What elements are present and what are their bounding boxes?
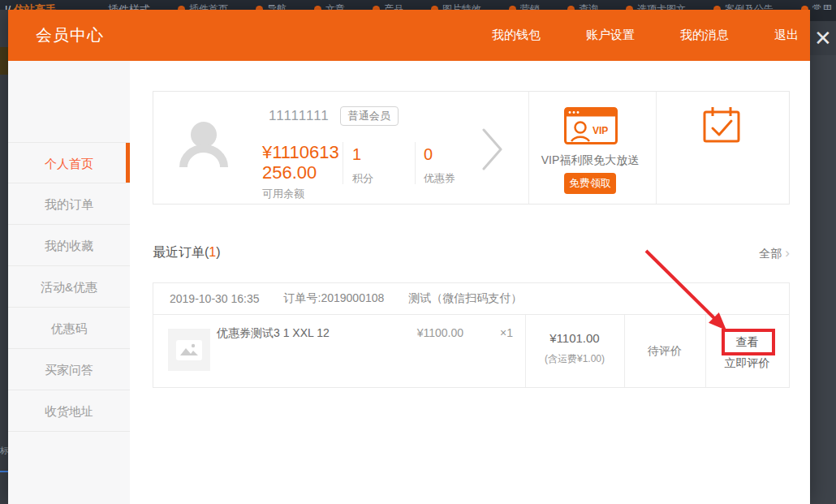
vip-benefits-icon: VIP (564, 107, 618, 144)
sidebar-item-label: 买家问答 (45, 363, 93, 377)
coupons-label: 优惠券 (424, 171, 455, 186)
profile-card: 11111111 普通会员 ¥1110613256.00 可用余额 1 积分 0… (153, 91, 790, 205)
background-nav-item: 选项卡图文 (626, 2, 686, 10)
order-table: 2019-10-30 16:35 订单号:2019000108 测试（微信扫码支… (153, 282, 790, 388)
background-nav-item: 查询 (567, 2, 598, 10)
sidebar-item-label: 我的订单 (45, 197, 93, 211)
background-right-strip: ✕ (810, 10, 836, 504)
sidebar-item-buyer-qa[interactable]: 买家问答 (8, 349, 130, 390)
recent-orders-count: 1 (209, 245, 216, 259)
member-level-badge: 普通会员 (340, 106, 399, 126)
page-title: 会员中心 (36, 24, 104, 46)
view-order-button[interactable]: 查看 (705, 335, 789, 350)
sidebar-item-shipping-address[interactable]: 收货地址 (8, 390, 130, 432)
column-divider (525, 315, 526, 387)
coupons-value: 0 (424, 145, 455, 164)
order-status: 待评价 (624, 344, 705, 359)
free-claim-button[interactable]: 免费领取 (564, 173, 616, 194)
modal-header: 会员中心 我的钱包 账户设置 我的消息 退出 (8, 10, 810, 61)
order-header-row: 2019-10-30 16:35 订单号:2019000108 测试（微信扫码支… (153, 283, 789, 315)
background-nav-item: 导航 (256, 2, 287, 10)
product-quantity: ×1 (490, 326, 523, 339)
sidebar-item-label: 个人首页 (45, 157, 93, 170)
background-left-text-fragment: 标 (0, 445, 8, 457)
chevron-right-icon[interactable] (482, 128, 503, 170)
recent-orders-title-text: 最近订单( (153, 245, 209, 259)
recent-orders-title-close: ) (216, 245, 220, 259)
balance-stat[interactable]: ¥1110613256.00 可用余额 (262, 142, 348, 201)
avatar-icon (178, 121, 230, 171)
sidebar-item-activities-discounts[interactable]: 活动&优惠 (8, 266, 130, 308)
order-row: 优惠券测试3 1 XXL 12 ¥1100.00 ×1 ¥1101.00 (含运… (153, 315, 789, 387)
background-left-strip: 标 (0, 10, 8, 504)
recent-orders-title: 最近订单(1) (153, 244, 221, 261)
review-now-link[interactable]: 立即评价 (705, 356, 789, 371)
vip-icon-text: VIP (593, 125, 608, 136)
sidebar: 个人首页 我的订单 我的收藏 活动&优惠 优惠码 买家问答 (8, 61, 130, 504)
sidebar-item-personal-home[interactable]: 个人首页 (8, 142, 130, 183)
sidebar-item-label: 优惠码 (51, 321, 88, 335)
chevron-right-small-icon: › (785, 245, 790, 261)
product-price: ¥1100.00 (373, 326, 463, 339)
sidebar-item-my-orders[interactable]: 我的订单 (8, 183, 130, 225)
recent-orders-header: 最近订单(1) 全部› (153, 244, 790, 261)
background-nav-item: 文章 (314, 2, 345, 10)
background-nav-item: 插件首页 (178, 2, 228, 10)
nav-logout[interactable]: 退出 (774, 28, 799, 43)
vip-promo-label: VIP福利限免大放送 (533, 153, 647, 168)
background-menu-label: 插件样式 (108, 2, 150, 10)
background-logo: 仿站高手 (5, 2, 56, 10)
points-stat[interactable]: 1 积分 (352, 145, 373, 186)
sidebar-item-label: 活动&优惠 (41, 280, 97, 294)
background-nav-item: 图片特效 (431, 2, 481, 10)
nav-my-wallet[interactable]: 我的钱包 (492, 28, 541, 43)
view-all-link[interactable]: 全部› (759, 245, 790, 261)
view-all-label: 全部 (759, 247, 782, 260)
points-value: 1 (352, 145, 373, 164)
member-center-modal: 会员中心 我的钱包 账户设置 我的消息 退出 个人首页 我的订单 我的收藏 (8, 10, 810, 504)
background-right-topband (810, 10, 836, 21)
page-root: 仿站高手 插件样式 插件首页 导航 文章 产品 图片特效 营销 查询 选项卡图文… (0, 0, 836, 504)
stat-divider (343, 142, 343, 184)
image-icon (179, 342, 200, 358)
background-nav-item: 案例及公告 (713, 2, 774, 10)
background-top-navbar: 仿站高手 插件样式 插件首页 导航 文章 产品 图片特效 营销 查询 选项卡图文… (0, 0, 836, 10)
product-image-placeholder[interactable] (168, 329, 210, 371)
order-total-amount: ¥1101.00 (525, 331, 624, 345)
balance-value: ¥1110613256.00 (262, 142, 348, 183)
main-content: 11111111 普通会员 ¥1110613256.00 可用余额 1 积分 0… (130, 61, 810, 504)
background-nav-item: 常用 (801, 2, 832, 10)
product-name[interactable]: 优惠券测试3 1 XXL 12 (217, 326, 330, 341)
sidebar-item-label: 我的收藏 (45, 239, 93, 252)
background-left-accent (0, 47, 8, 75)
order-number: 订单号:2019000108 (284, 291, 385, 306)
background-nav-item: 产品 (373, 2, 403, 10)
calendar-checkin-icon[interactable] (702, 106, 741, 144)
column-divider (705, 315, 706, 387)
nav-account-settings[interactable]: 账户设置 (586, 28, 635, 43)
close-icon[interactable]: ✕ (810, 21, 836, 55)
background-nav-item: 营销 (509, 2, 540, 10)
coupons-stat[interactable]: 0 优惠券 (424, 145, 455, 186)
points-label: 积分 (352, 171, 373, 186)
header-nav: 我的钱包 账户设置 我的消息 退出 (492, 28, 799, 43)
username: 11111111 (269, 108, 330, 124)
card-divider (528, 92, 529, 204)
balance-label: 可用余额 (262, 187, 348, 201)
stat-divider (415, 142, 416, 184)
order-shipping-note: (含运费¥1.00) (525, 352, 624, 366)
sidebar-item-my-favorites[interactable]: 我的收藏 (8, 225, 130, 266)
card-divider (656, 92, 657, 204)
sidebar-item-label: 收货地址 (45, 404, 93, 418)
background-left-divider (0, 471, 8, 472)
order-payment-note: 测试（微信扫码支付） (408, 291, 522, 306)
sidebar-item-coupon-code[interactable]: 优惠码 (8, 308, 130, 349)
nav-my-messages[interactable]: 我的消息 (680, 28, 729, 43)
order-datetime: 2019-10-30 16:35 (170, 292, 260, 305)
